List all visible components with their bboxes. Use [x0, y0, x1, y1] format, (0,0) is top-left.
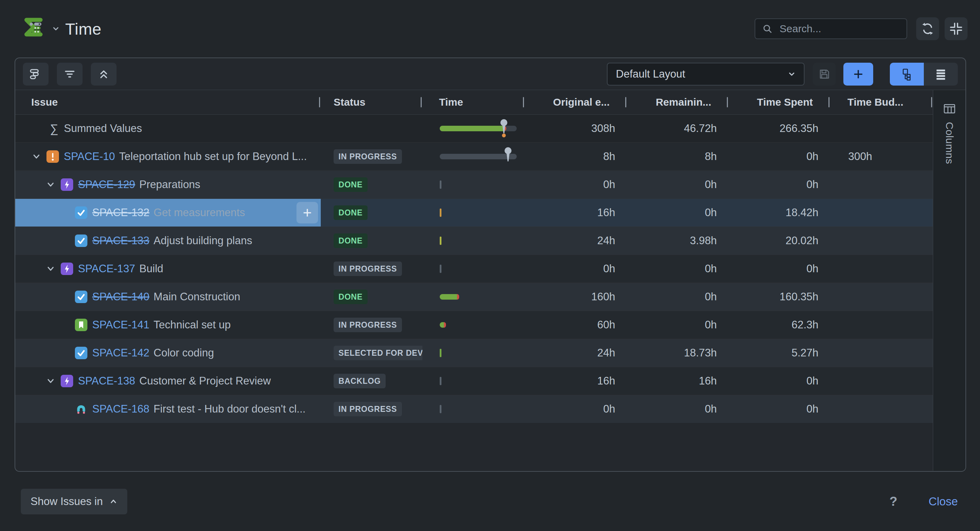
- original-value: 0h: [603, 403, 615, 415]
- expand-chevron-icon[interactable]: [45, 179, 61, 190]
- table-row[interactable]: SPACE-137BuildIN PROGRESS0h0h0h: [15, 255, 933, 283]
- filter-button[interactable]: [57, 63, 83, 86]
- show-issues-in-button[interactable]: Show Issues in: [21, 489, 127, 514]
- issue-summary: Get measurements: [154, 206, 245, 219]
- save-icon: [818, 68, 831, 81]
- time-budget-cell: [830, 171, 933, 198]
- column-header-time[interactable]: Time: [422, 90, 525, 114]
- column-header-status[interactable]: Status: [321, 90, 422, 114]
- status-cell: DONE: [321, 227, 422, 255]
- table-row[interactable]: SPACE-133Adjust building plansDONE24h3.9…: [15, 227, 933, 255]
- search-box[interactable]: [755, 18, 907, 39]
- column-header-label: Original e...: [553, 96, 609, 108]
- time-budget-cell: [830, 115, 933, 143]
- issue-key-link[interactable]: SPACE-141: [92, 319, 150, 331]
- close-button[interactable]: Close: [929, 495, 958, 508]
- column-header-issue[interactable]: Issue: [15, 90, 321, 114]
- column-header-label: Remainin...: [656, 96, 711, 108]
- column-header-time-bud[interactable]: Time Bud...: [830, 90, 933, 114]
- column-header-time-spent[interactable]: Time Spent: [729, 90, 830, 114]
- collapse-window-button[interactable]: [945, 17, 967, 40]
- summed-values-label: Summed Values: [64, 122, 142, 135]
- alert-issue-type-icon: [46, 150, 59, 163]
- add-item-button[interactable]: +: [296, 202, 318, 223]
- slider-pin-icon[interactable]: [504, 147, 512, 166]
- columns-panel-tab[interactable]: Columns: [933, 90, 966, 471]
- table-header-row: IssueStatusTimeOriginal e...Remainin...T…: [15, 90, 933, 115]
- status-cell: IN PROGRESS: [321, 143, 422, 170]
- issue-key-link[interactable]: SPACE-129: [78, 178, 135, 191]
- table-row[interactable]: SPACE-10Teleportation hub set up for Bey…: [15, 143, 933, 170]
- issue-key-link[interactable]: SPACE-133: [92, 235, 150, 247]
- issue-key-link[interactable]: SPACE-10: [64, 150, 115, 163]
- collapse-all-button[interactable]: [91, 63, 116, 86]
- issue-key-link[interactable]: SPACE-138: [78, 375, 135, 387]
- remaining-value: 46.72h: [684, 122, 717, 135]
- time-progress-tick: [440, 265, 441, 273]
- original-estimate-cell: 0h: [525, 255, 627, 283]
- spent-value: 0h: [807, 150, 818, 163]
- save-layout-button[interactable]: [813, 63, 836, 86]
- plus-icon: +: [853, 66, 863, 82]
- expand-chevron-icon[interactable]: [45, 376, 61, 386]
- issue-key-link[interactable]: SPACE-142: [92, 347, 150, 359]
- chevron-down-icon: [787, 70, 796, 79]
- status-badge: IN PROGRESS: [334, 262, 402, 276]
- issue-key-link[interactable]: SPACE-168: [92, 403, 150, 415]
- tree-view-toggle[interactable]: [890, 63, 924, 86]
- time-budget-cell: [830, 311, 933, 339]
- time-spent-cell: 0h: [729, 367, 830, 395]
- table-row[interactable]: SPACE-142Color codingSELECTED FOR DEV24h…: [15, 339, 933, 367]
- spent-value: 0h: [807, 178, 818, 191]
- group-by-button[interactable]: [23, 63, 49, 86]
- columns-tab-label: Columns: [943, 122, 955, 164]
- status-badge: IN PROGRESS: [334, 149, 402, 164]
- remaining-value: 18.73h: [684, 347, 717, 359]
- column-header-remainin[interactable]: Remainin...: [627, 90, 729, 114]
- time-budget-cell: [830, 283, 933, 311]
- status-badge: BACKLOG: [334, 374, 386, 388]
- expand-chevron-icon[interactable]: [45, 263, 61, 274]
- table-row[interactable]: SPACE-168First test - Hub door doesn't c…: [15, 395, 933, 423]
- expand-chevron-icon[interactable]: [31, 151, 46, 162]
- issue-key-link[interactable]: SPACE-137: [78, 263, 135, 275]
- issue-summary: Preparations: [139, 178, 200, 191]
- epic-issue-type-icon: [61, 263, 73, 275]
- status-cell: DONE: [321, 171, 422, 198]
- table-row[interactable]: SPACE-138Customer & Project ReviewBACKLO…: [15, 367, 933, 395]
- task-issue-type-icon: [75, 235, 88, 247]
- original-value: 16h: [597, 375, 615, 387]
- search-input[interactable]: [779, 22, 914, 35]
- issue-key-link[interactable]: SPACE-132: [92, 206, 150, 219]
- refresh-button[interactable]: [916, 17, 939, 40]
- list-view-toggle[interactable]: [924, 63, 958, 86]
- structure-sigma-logo-icon[interactable]: [19, 14, 48, 43]
- issue-key-link[interactable]: SPACE-140: [92, 291, 150, 303]
- remaining-value: 0h: [705, 403, 717, 415]
- task-issue-type-icon: [75, 347, 88, 359]
- table-row[interactable]: SPACE-141Technical set upIN PROGRESS60h0…: [15, 311, 933, 339]
- help-button[interactable]: ?: [889, 494, 897, 509]
- time-cell: [422, 255, 525, 283]
- table-row[interactable]: SPACE-129PreparationsDONE0h0h0h: [15, 170, 933, 198]
- column-header-label: Status: [334, 96, 366, 108]
- time-cell: [422, 171, 525, 198]
- slider-pin-icon[interactable]: [500, 119, 508, 138]
- time-spent-cell: 18.42h: [729, 199, 830, 227]
- status-cell: IN PROGRESS: [321, 255, 422, 283]
- table-row[interactable]: SPACE-140Main ConstructionDONE160h0h160.…: [15, 283, 933, 311]
- issue-table: IssueStatusTimeOriginal e...Remainin...T…: [15, 90, 933, 471]
- original-estimate-cell: 0h: [525, 395, 627, 423]
- column-header-original-e[interactable]: Original e...: [525, 90, 627, 114]
- spent-value: 62.3h: [791, 319, 818, 331]
- summed-values-row[interactable]: ∑Summed Values308h46.72h266.35h: [15, 115, 933, 143]
- collapse-all-icon: [97, 67, 111, 81]
- remaining-value: 16h: [699, 375, 717, 387]
- table-row[interactable]: SPACE-132Get measurements+DONE16h0h18.42…: [15, 198, 933, 227]
- issue-cell: SPACE-133Adjust building plans: [15, 227, 321, 255]
- time-cell: [422, 339, 525, 367]
- title-chevron-down-icon[interactable]: [51, 24, 60, 33]
- add-button[interactable]: +: [843, 63, 873, 86]
- layout-select[interactable]: Default Layout: [607, 63, 805, 86]
- issue-summary: Teleportation hub set up for Beyond L...: [119, 150, 307, 163]
